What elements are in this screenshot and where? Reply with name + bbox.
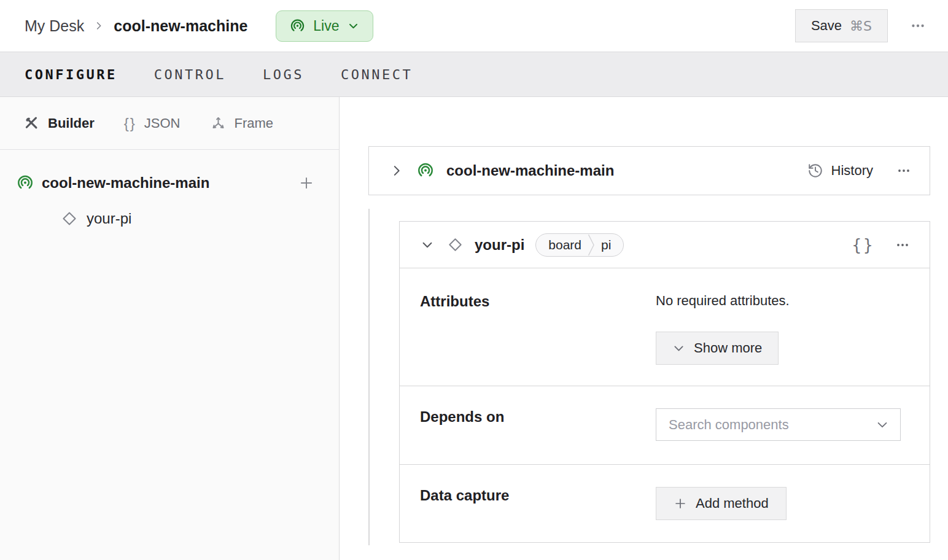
attributes-empty-text: No required attributes. — [656, 293, 912, 309]
tab-control[interactable]: CONTROL — [154, 67, 226, 82]
show-more-label: Show more — [694, 340, 762, 356]
history-label: History — [831, 163, 873, 179]
chevron-down-icon — [876, 418, 889, 432]
tab-configure[interactable]: CONFIGURE — [25, 67, 117, 82]
topbar-more-menu-button[interactable] — [906, 14, 930, 37]
section-attributes: Attributes No required attributes. Show … — [400, 268, 930, 386]
top-bar: My Desk cool-new-machine Live Save ⌘S — [0, 0, 948, 52]
component-model: pi — [595, 234, 623, 256]
config-sidebar: Builder {} JSON Frame — [0, 97, 340, 560]
section-depends-on: Depends on — [400, 386, 930, 464]
mode-frame-label: Frame — [235, 115, 274, 131]
frame-axes-icon — [210, 115, 227, 131]
component-card-header: your-pi board pi {} — [400, 222, 930, 268]
machine-part-card: cool-new-machine-main History — [368, 146, 930, 195]
component-type: board — [536, 234, 588, 256]
history-clock-icon — [807, 163, 823, 179]
add-method-label: Add method — [696, 496, 769, 511]
add-method-button[interactable]: Add method — [656, 487, 787, 520]
part-card-title: cool-new-machine-main — [446, 162, 807, 179]
mode-frame[interactable]: Frame — [210, 115, 274, 131]
attributes-label: Attributes — [420, 293, 656, 365]
tree-item-label: your-pi — [87, 210, 131, 227]
app-window: My Desk cool-new-machine Live Save ⌘S — [0, 0, 948, 560]
component-expander-chevron-down-icon[interactable] — [418, 236, 437, 254]
chevron-down-icon — [348, 20, 359, 32]
mode-builder-label: Builder — [48, 115, 95, 131]
depends-on-select[interactable] — [656, 408, 901, 441]
part-card-expander-chevron-right-icon[interactable] — [387, 161, 406, 180]
component-card-your-pi: your-pi board pi {} — [399, 221, 930, 543]
pill-chevron-separator — [588, 234, 595, 256]
tree-item-your-pi[interactable]: your-pi — [0, 204, 339, 233]
edit-json-braces-icon[interactable]: {} — [852, 236, 874, 254]
save-button[interactable]: Save ⌘S — [795, 9, 888, 42]
breadcrumb-parent-link[interactable]: My Desk — [25, 17, 84, 35]
tab-connect[interactable]: CONNECT — [341, 67, 413, 82]
save-shortcut: ⌘S — [850, 18, 872, 34]
live-broadcast-icon — [290, 18, 305, 34]
part-card-more-menu-button[interactable] — [893, 160, 915, 182]
ellipsis-icon — [910, 18, 926, 34]
braces-icon: {} — [124, 116, 136, 131]
add-resource-button[interactable] — [295, 171, 318, 195]
chevron-right-icon — [94, 21, 104, 31]
live-status-label: Live — [313, 18, 339, 34]
plus-icon — [298, 175, 314, 191]
view-mode-switcher: Builder {} JSON Frame — [0, 97, 339, 150]
mode-json-label: JSON — [144, 115, 181, 131]
part-children-group: your-pi board pi {} — [368, 209, 930, 545]
mode-builder[interactable]: Builder — [23, 115, 95, 131]
show-more-button[interactable]: Show more — [656, 332, 779, 365]
mode-json[interactable]: {} JSON — [124, 115, 181, 131]
tab-logs[interactable]: LOGS — [263, 67, 304, 82]
section-data-capture: Data capture Add method — [400, 464, 930, 542]
resource-tree: cool-new-machine-main your-pi — [0, 150, 339, 233]
data-capture-label: Data capture — [420, 487, 656, 520]
machine-part-icon — [417, 162, 434, 179]
tree-item-machine-part[interactable]: cool-new-machine-main — [0, 167, 339, 199]
diamond-icon — [61, 210, 78, 227]
main-nav-tabs: CONFIGURE CONTROL LOGS CONNECT — [0, 52, 948, 97]
machine-name: cool-new-machine — [114, 17, 247, 35]
component-type-badge: board pi — [535, 233, 624, 257]
save-button-label: Save — [811, 18, 842, 34]
depends-on-label: Depends on — [420, 408, 656, 441]
breadcrumb: My Desk cool-new-machine — [25, 17, 247, 35]
ellipsis-icon — [896, 163, 911, 178]
component-more-menu-button[interactable] — [892, 234, 914, 256]
tools-icon — [23, 115, 40, 131]
plus-icon — [674, 497, 687, 510]
config-builder-panel: cool-new-machine-main History — [340, 97, 948, 560]
machine-part-icon — [17, 174, 34, 192]
search-components-input[interactable] — [669, 417, 876, 433]
history-button[interactable]: History — [807, 163, 873, 179]
live-status-dropdown[interactable]: Live — [276, 10, 373, 42]
chevron-down-icon — [672, 342, 685, 355]
component-title: your-pi — [475, 236, 524, 254]
tree-item-label: cool-new-machine-main — [42, 174, 295, 192]
ellipsis-icon — [895, 238, 910, 252]
diamond-icon — [447, 236, 464, 253]
